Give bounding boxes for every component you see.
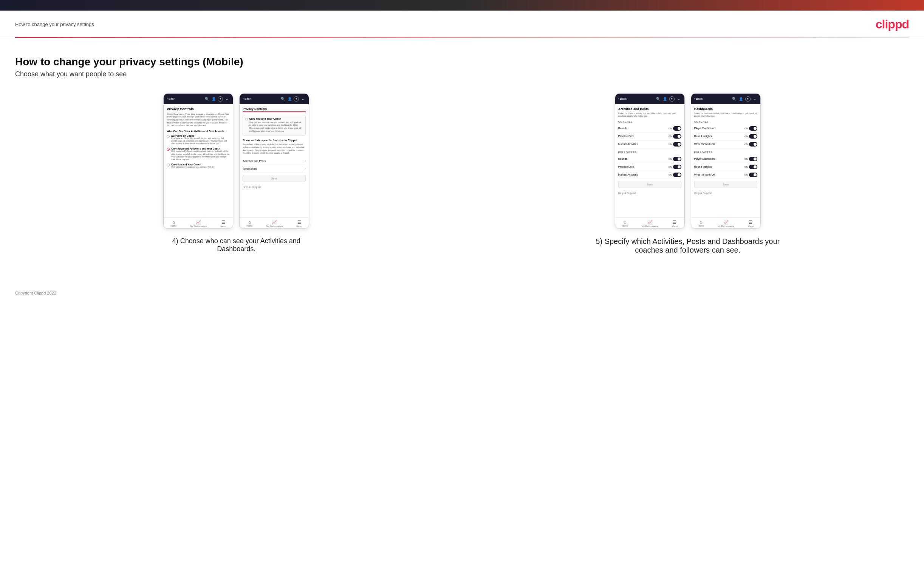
followers-manual-toggle[interactable]: ON: [669, 172, 682, 177]
radio-option-2[interactable]: Only Approved Followers and Your Coach O…: [166, 147, 230, 161]
screen2-tab-label[interactable]: Privacy Controls: [242, 107, 267, 111]
chevron-down-icon-3[interactable]: ⌄: [676, 96, 682, 102]
popup-title: Only You and Your Coach: [249, 118, 303, 120]
radio-option-2-content: Only Approved Followers and Your Coach O…: [171, 147, 230, 161]
screen3-back-label: Back: [620, 97, 627, 100]
footer-menu-label-3: Menu: [672, 225, 678, 227]
screenshot-group-2: ‹ Back 🔍 👤 ● ⌄ Activities and Posts Sele…: [467, 93, 909, 255]
menu-row-dashboards[interactable]: Dashboards ›: [242, 165, 306, 173]
screen1-section: Who Can See Your Activities and Dashboar…: [166, 130, 230, 132]
coaches-rounds-toggle-switch[interactable]: [673, 126, 682, 131]
coaches-rounds-label: Rounds: [618, 127, 627, 129]
followers-drills-label: Practice Drills: [618, 165, 635, 168]
dash-followers-player-on: ON: [745, 158, 748, 160]
dash-coaches-player-toggle[interactable]: ON: [745, 126, 758, 131]
dash-followers-player-toggle-switch[interactable]: [749, 157, 758, 161]
screen4-save-btn[interactable]: Save: [694, 181, 758, 188]
person-icon-4[interactable]: 👤: [738, 96, 744, 102]
screen3-save-btn[interactable]: Save: [618, 181, 682, 188]
footer-menu-2[interactable]: ☰ Menu: [296, 220, 302, 227]
screen3-help[interactable]: Help & Support: [618, 190, 682, 195]
footer-performance-2[interactable]: 📈 My Performance: [266, 220, 283, 227]
menu-icon-2: ☰: [297, 220, 301, 225]
copyright-text: Copyright Clippd 2022: [15, 291, 56, 295]
footer-performance-1[interactable]: 📈 My Performance: [190, 220, 207, 227]
settings-icon-2[interactable]: ●: [294, 96, 299, 102]
radio-label-1: Everyone on Clippd: [171, 134, 230, 137]
followers-drills-on: ON: [669, 166, 672, 168]
screen1-back[interactable]: ‹ Back: [166, 97, 175, 100]
footer-menu-1[interactable]: ☰ Menu: [220, 220, 226, 227]
dash-followers-insights-toggle-switch[interactable]: [749, 164, 758, 169]
coaches-drills-label: Practice Drills: [618, 135, 635, 137]
dash-followers-workon-toggle-switch[interactable]: [749, 172, 758, 177]
dash-coaches-workon-toggle[interactable]: ON: [745, 142, 758, 147]
caption-2: 5) Specify which Activities, Posts and D…: [593, 237, 782, 255]
screen3-back[interactable]: ‹ Back: [618, 97, 627, 100]
screen2-icons: 🔍 👤 ● ⌄: [280, 96, 306, 102]
search-icon-4[interactable]: 🔍: [732, 96, 737, 102]
followers-drills-toggle[interactable]: ON: [669, 164, 682, 169]
coaches-rounds-toggle[interactable]: ON: [669, 126, 682, 131]
footer-home-2[interactable]: ⌂ Home: [246, 220, 252, 227]
search-icon-2[interactable]: 🔍: [280, 96, 285, 102]
menu-icon-1: ☰: [221, 220, 225, 225]
footer-home-1[interactable]: ⌂ Home: [170, 220, 176, 227]
dash-followers-player-toggle[interactable]: ON: [745, 157, 758, 161]
dash-followers-workon-toggle[interactable]: ON: [745, 172, 758, 177]
footer-home-4[interactable]: ⌂ Home: [698, 220, 704, 227]
dash-coaches-insights-toggle[interactable]: ON: [745, 134, 758, 139]
person-icon-2[interactable]: 👤: [287, 96, 292, 102]
radio-option-1[interactable]: Everyone on Clippd Everyone on Clippd ca…: [166, 134, 230, 145]
chevron-down-icon-2[interactable]: ⌄: [300, 96, 306, 102]
dash-coaches-workon-on: ON: [745, 143, 748, 145]
footer-performance-4[interactable]: 📈 My Performance: [718, 220, 734, 227]
followers-manual-toggle-switch[interactable]: [673, 172, 682, 177]
dash-followers-insights-toggle[interactable]: ON: [745, 164, 758, 169]
logo: clippd: [876, 18, 909, 31]
popup-text: Only you and the coaches you connect wit…: [249, 121, 303, 133]
dash-followers-insights-row: Round Insights ON: [694, 163, 758, 171]
person-icon-3[interactable]: 👤: [662, 96, 668, 102]
coaches-drills-on: ON: [669, 135, 672, 137]
coaches-drills-toggle[interactable]: ON: [669, 134, 682, 139]
footer-performance-3[interactable]: 📈 My Performance: [642, 220, 658, 227]
screen2-help[interactable]: Help & Support: [242, 184, 306, 189]
followers-manual-on: ON: [669, 174, 672, 176]
footer-menu-3[interactable]: ☰ Menu: [672, 220, 678, 227]
chevron-down-icon-4[interactable]: ⌄: [752, 96, 758, 102]
footer-menu-4[interactable]: ☰ Menu: [748, 220, 754, 227]
coaches-drills-toggle-switch[interactable]: [673, 134, 682, 139]
screen2-back[interactable]: ‹ Back: [242, 97, 251, 100]
screen4-back[interactable]: ‹ Back: [694, 97, 703, 100]
performance-icon-4: 📈: [723, 220, 729, 225]
dash-coaches-workon-toggle-switch[interactable]: [749, 142, 758, 147]
radio-option-3[interactable]: Only You and Your Coach Only you and the…: [166, 163, 230, 168]
person-icon[interactable]: 👤: [211, 96, 216, 102]
dash-coaches-player-toggle-switch[interactable]: [749, 126, 758, 131]
menu-row-activities[interactable]: Activities and Posts ›: [242, 157, 306, 165]
menu-icon-4: ☰: [749, 220, 753, 225]
search-icon-3[interactable]: 🔍: [656, 96, 661, 102]
performance-icon-3: 📈: [647, 220, 653, 225]
header: How to change your privacy settings clip…: [0, 11, 924, 37]
popup-radio-circle: [245, 118, 248, 121]
popup-content: Only You and Your Coach Only you and the…: [249, 118, 303, 133]
screen4-help[interactable]: Help & Support: [694, 190, 758, 195]
screenshot-pair-2: ‹ Back 🔍 👤 ● ⌄ Activities and Posts Sele…: [615, 93, 761, 229]
settings-icon[interactable]: ●: [218, 96, 223, 102]
footer-home-3[interactable]: ⌂ Home: [622, 220, 628, 227]
screen2-save-btn[interactable]: Save: [242, 175, 306, 182]
chevron-down-icon[interactable]: ⌄: [225, 96, 230, 102]
settings-icon-3[interactable]: ●: [669, 96, 675, 102]
coaches-manual-toggle-switch[interactable]: [673, 142, 682, 147]
followers-drills-toggle-switch[interactable]: [673, 164, 682, 169]
coaches-manual-toggle[interactable]: ON: [669, 142, 682, 147]
followers-rounds-toggle[interactable]: ON: [669, 157, 682, 161]
dash-coaches-player-label: Player Dashboard: [694, 127, 716, 129]
dash-coaches-insights-toggle-switch[interactable]: [749, 134, 758, 139]
settings-icon-4[interactable]: ●: [745, 96, 751, 102]
followers-rounds-toggle-switch[interactable]: [673, 157, 682, 161]
top-bar: [0, 0, 924, 11]
search-icon[interactable]: 🔍: [204, 96, 209, 102]
